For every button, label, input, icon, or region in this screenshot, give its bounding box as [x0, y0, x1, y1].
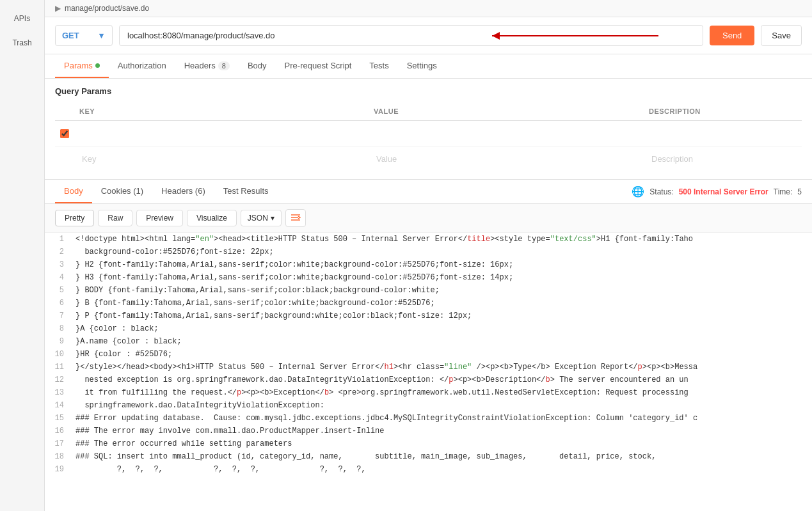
tab-tests[interactable]: Tests — [360, 54, 397, 78]
response-tabs-bar: Body Cookies (1) Headers (6) Test Result… — [45, 180, 812, 204]
response-tab-test-results[interactable]: Test Results — [214, 180, 278, 203]
code-line: 16 ### The error may involve com.mmall.d… — [45, 425, 812, 437]
status-label: Status: — [649, 187, 673, 196]
response-tab-body[interactable]: Body — [55, 180, 92, 203]
tab-body[interactable]: Body — [239, 54, 276, 78]
placeholder-key-input[interactable] — [78, 152, 365, 166]
method-selector[interactable]: GET POST PUT DELETE ▾ — [55, 25, 113, 46]
table-row — [55, 121, 802, 146]
response-body-label: Body — [64, 186, 83, 196]
code-line: 10 }HR {color : #525D76; — [45, 348, 812, 361]
tab-params[interactable]: Params — [55, 54, 109, 78]
sidebar-item-trash[interactable]: Trash — [0, 31, 44, 55]
tab-headers-label: Headers — [184, 61, 216, 70]
response-cookies-label: Cookies (1) — [101, 186, 143, 196]
response-headers-label: Headers (6) — [161, 186, 205, 196]
tab-body-label: Body — [248, 61, 267, 70]
tab-tests-label: Tests — [369, 61, 388, 70]
format-preview-button[interactable]: Preview — [136, 210, 183, 226]
format-type-select[interactable]: JSON ▾ — [241, 210, 282, 226]
code-area: 1 <!doctype html><html lang="en"><head><… — [45, 233, 812, 511]
row-checkbox-cell[interactable] — [55, 124, 74, 143]
code-line: 3 } H2 {font-family:Tahoma,Arial,sans-se… — [45, 258, 812, 271]
description-cell[interactable] — [644, 121, 802, 146]
value-cell[interactable] — [369, 121, 644, 146]
placeholder-desc-input[interactable] — [648, 152, 798, 166]
placeholder-value-cell[interactable] — [369, 146, 644, 171]
response-tabs-right: 🌐 Status: 500 Internal Server Error Time… — [632, 185, 802, 198]
code-line: 2 background-color:#525D76;font-size: 22… — [45, 246, 812, 258]
code-line: 1 <!doctype html><html lang="en"><head><… — [45, 233, 812, 246]
tab-authorization[interactable]: Authorization — [109, 54, 175, 78]
request-tabs-bar: Params Authorization Headers 8 Body Pre-… — [45, 54, 812, 79]
tab-settings[interactable]: Settings — [398, 54, 446, 78]
format-type-label: JSON — [248, 214, 268, 223]
query-params-section: Query Params KEY VALUE DESCRIPTION — [45, 79, 812, 180]
chevron-down-icon: ▾ — [271, 214, 275, 223]
tab-prerequest-label: Pre-request Script — [285, 61, 352, 70]
code-line: 19 ?, ?, ?, ?, ?, ?, ?, ?, ?, — [45, 463, 812, 476]
time-value: 5 — [797, 187, 802, 196]
code-line: 17 ### The error occurred while setting … — [45, 437, 812, 450]
placeholder-desc-cell[interactable] — [644, 146, 802, 171]
request-bar: GET POST PUT DELETE ▾ Send Save — [45, 17, 812, 54]
globe-icon[interactable]: 🌐 — [632, 185, 644, 198]
apis-label: APIs — [3, 14, 42, 23]
save-button[interactable]: Save — [761, 25, 802, 46]
response-test-results-label: Test Results — [223, 186, 269, 196]
breadcrumb: ▶ manage/product/save.do — [45, 0, 812, 17]
response-tab-cookies[interactable]: Cookies (1) — [92, 180, 152, 203]
format-visualize-button[interactable]: Visualize — [187, 210, 237, 226]
trash-label: Trash — [3, 38, 42, 47]
query-params-title: Query Params — [55, 86, 802, 96]
code-line: 6 } B {font-family:Tahoma,Arial,sans-ser… — [45, 297, 812, 310]
description-column-header: DESCRIPTION — [644, 105, 802, 118]
wrap-button[interactable] — [285, 209, 306, 227]
chevron-down-icon: ▾ — [99, 31, 104, 40]
code-line: 12 nested exception is org.springframewo… — [45, 373, 812, 386]
value-column-header: VALUE — [369, 105, 644, 118]
main-content: ▶ manage/product/save.do GET POST PUT DE… — [45, 0, 812, 511]
code-line: 14 springframework.dao.DataIntegrityViol… — [45, 399, 812, 412]
row-checkbox[interactable] — [60, 129, 69, 138]
key-input[interactable] — [78, 126, 365, 141]
placeholder-key-cell[interactable] — [74, 146, 369, 171]
code-line: 18 ### SQL: insert into mmall_product (i… — [45, 450, 812, 463]
tab-headers[interactable]: Headers 8 — [175, 54, 239, 78]
params-dot — [95, 63, 100, 68]
tab-authorization-label: Authorization — [118, 61, 166, 70]
code-line: 5 } BODY {font-family:Tahoma,Arial,sans-… — [45, 284, 812, 297]
headers-badge: 8 — [218, 61, 230, 70]
params-table-header: KEY VALUE DESCRIPTION — [55, 102, 802, 121]
tab-params-label: Params — [64, 61, 93, 70]
send-button[interactable]: Send — [710, 26, 754, 45]
breadcrumb-arrow: ▶ — [55, 4, 61, 13]
status-badge: 500 Internal Server Error — [679, 187, 768, 196]
code-line: 9 }A.name {color : black; — [45, 335, 812, 348]
arrow-indicator-icon — [479, 29, 671, 42]
code-line: 13 it from fulfilling the request.</p><p… — [45, 386, 812, 399]
response-tab-headers[interactable]: Headers (6) — [152, 180, 214, 203]
time-label: Time: — [774, 187, 793, 196]
value-input[interactable] — [372, 126, 640, 141]
code-line: 15 ### Error updating database. Cause: c… — [45, 412, 812, 425]
description-input[interactable] — [648, 126, 798, 141]
sidebar-item-apis[interactable]: APIs — [0, 6, 44, 31]
tab-settings-label: Settings — [407, 61, 437, 70]
code-line: 8 }A {color : black; — [45, 322, 812, 335]
code-line: 11 }</style></head><body><h1>HTTP Status… — [45, 361, 812, 373]
format-bar: Pretty Raw Preview Visualize JSON ▾ — [45, 204, 812, 233]
key-cell[interactable] — [74, 121, 369, 146]
format-pretty-button[interactable]: Pretty — [55, 210, 94, 226]
method-dropdown[interactable]: GET POST PUT DELETE — [62, 31, 95, 40]
table-placeholder-row — [55, 146, 802, 171]
key-column-header: KEY — [74, 105, 369, 118]
code-line: 7 } P {font-family:Tahoma,Arial,sans-ser… — [45, 310, 812, 322]
sidebar: APIs Trash — [0, 0, 45, 511]
breadcrumb-path: manage/product/save.do — [65, 4, 149, 13]
code-line: 4 } H3 {font-family:Tahoma,Arial,sans-se… — [45, 271, 812, 284]
response-tabs-left: Body Cookies (1) Headers (6) Test Result… — [55, 180, 278, 203]
placeholder-value-input[interactable] — [372, 152, 640, 166]
tab-prerequest[interactable]: Pre-request Script — [276, 54, 361, 78]
format-raw-button[interactable]: Raw — [98, 210, 132, 226]
